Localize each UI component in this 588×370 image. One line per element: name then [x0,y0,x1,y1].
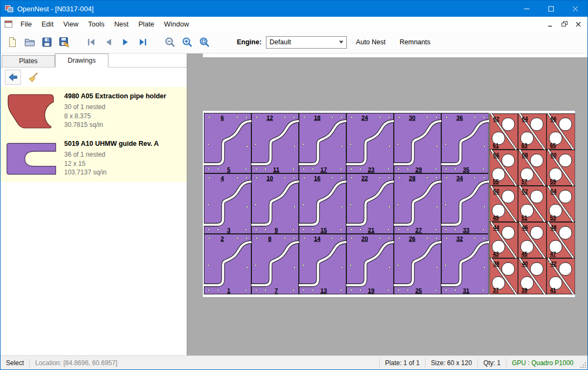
red-part-pair[interactable]: 5655 [490,150,518,186]
import-drawing-button[interactable] [5,70,21,85]
red-part-pair[interactable]: 5251 [518,186,547,222]
broom-icon [28,72,39,83]
purple-part-pair[interactable]: 3029 [394,113,441,173]
purple-part-pair[interactable]: 1615 [299,174,346,234]
red-part-pair[interactable]: 4847 [547,222,576,258]
drawing-list: 4980 A05 Extraction pipe holder 30 of 1 … [1,87,187,355]
new-button[interactable] [4,33,21,51]
svg-text:33: 33 [463,227,469,233]
svg-text:47: 47 [550,251,556,257]
zoom-in-button[interactable] [179,33,196,51]
svg-text:4: 4 [221,175,224,181]
red-part-pair[interactable]: 6059 [547,150,576,186]
svg-text:9: 9 [275,227,278,233]
svg-text:56: 56 [493,152,500,158]
purple-part-pair[interactable]: 3231 [441,234,489,294]
svg-text:63: 63 [521,143,528,149]
mdi-minimize-button[interactable] [543,18,557,30]
svg-text:65: 65 [550,143,556,149]
red-part-pair[interactable]: 4241 [547,258,576,294]
open-button[interactable] [21,33,38,51]
purple-part-pair[interactable]: 65 [204,113,251,173]
purple-part-pair[interactable]: 109 [251,174,299,234]
menu-bar: File Edit View Tools Nest Plate Window [1,17,587,31]
purple-part-pair[interactable]: 3433 [441,174,489,234]
drawings-toolbar [1,68,187,87]
nav-prev-button[interactable] [100,33,117,51]
save-button[interactable] [38,33,56,51]
maximize-button[interactable] [539,1,563,17]
red-part-pair[interactable]: 5857 [518,150,547,186]
nav-last-button[interactable] [134,33,152,51]
minimize-button[interactable] [515,1,539,17]
plate[interactable]: 6512111817242330293635431091615222128273… [203,111,575,297]
save-as-icon [58,36,70,48]
svg-text:64: 64 [522,116,528,122]
red-part-pair[interactable]: 6463 [518,113,547,150]
tab-drawings[interactable]: Drawings [55,53,108,68]
red-part-pair[interactable]: 6665 [547,113,576,150]
nest-canvas[interactable]: 6512111817242330293635431091615222128273… [187,53,587,355]
purple-part-pair[interactable]: 2827 [394,174,441,234]
tab-plates[interactable]: Plates [2,55,55,67]
status-qty: Qty: 1 [478,359,506,367]
purple-part-pair[interactable]: 3635 [441,113,489,173]
nav-next-button[interactable] [117,33,134,51]
red-part-pair[interactable]: 4039 [518,258,547,294]
svg-text:17: 17 [320,166,327,173]
mdi-restore-button[interactable] [557,18,571,30]
purple-part-pair[interactable]: 1413 [299,234,346,294]
close-button[interactable] [563,1,587,17]
menu-view[interactable]: View [58,17,83,31]
red-part-pair[interactable]: 3837 [490,258,518,294]
zoom-fit-button[interactable] [196,33,213,51]
purple-part-pair[interactable]: 21 [204,234,251,294]
menu-file[interactable]: File [16,17,37,31]
svg-text:34: 34 [456,175,463,181]
red-part-pair[interactable]: 5049 [490,186,518,222]
purple-part-pair[interactable]: 1817 [299,113,346,173]
status-mode: Select [1,359,29,367]
remnants-button[interactable]: Remnants [395,36,435,49]
svg-text:45: 45 [521,251,528,257]
red-part-pair[interactable]: 4645 [518,222,547,258]
svg-text:16: 16 [314,175,320,181]
clear-drawings-button[interactable] [25,70,42,85]
purple-part-pair[interactable]: 2019 [346,234,394,294]
left-panel: Plates Drawings [1,53,187,355]
purple-part-pair[interactable]: 2423 [346,113,394,173]
drawing-name: 4980 A05 Extraction pipe holder [64,92,182,100]
red-part-pair[interactable]: 4443 [490,222,518,258]
purple-part-pair[interactable]: 43 [204,174,251,234]
engine-dropdown[interactable]: Default [266,36,347,49]
svg-text:51: 51 [521,215,528,221]
red-part-pair[interactable]: 6261 [490,113,518,150]
mdi-close-button[interactable] [571,18,585,30]
drawing-item-2[interactable]: 5019 A10 UHMW guide Rev. A 36 of 1 neste… [1,134,187,182]
nav-last-icon [137,36,149,48]
menu-tools[interactable]: Tools [83,17,109,31]
menu-plate[interactable]: Plate [133,17,159,31]
purple-part-pair[interactable]: 2625 [394,234,441,294]
drawing-nested: 30 of 1 nested [64,103,182,112]
chevron-down-icon [337,41,346,44]
menu-nest[interactable]: Nest [110,17,134,31]
menu-edit[interactable]: Edit [37,17,58,31]
svg-text:19: 19 [368,287,374,294]
drawing-size: 8 x 8.375 [64,112,182,121]
purple-part-pair[interactable]: 1211 [251,113,299,173]
status-bar: Select Location: [84.8696, 60.6957] Plat… [1,355,587,369]
purple-part-pair[interactable]: 2221 [346,174,394,234]
menu-window[interactable]: Window [159,17,194,31]
svg-text:29: 29 [415,166,422,173]
nav-first-button[interactable] [83,33,100,51]
auto-nest-button[interactable]: Auto Nest [351,36,391,49]
drawing-item-1[interactable]: 4980 A05 Extraction pipe holder 30 of 1 … [1,87,187,134]
resize-grip[interactable] [579,356,587,369]
plate-svg[interactable]: 6512111817242330293635431091615222128273… [203,111,575,297]
save-as-button[interactable] [56,33,73,51]
red-part-pair[interactable]: 5453 [547,186,576,222]
zoom-out-button[interactable] [161,33,179,51]
mdi-child-icon[interactable] [4,20,13,28]
purple-part-pair[interactable]: 87 [251,234,299,294]
